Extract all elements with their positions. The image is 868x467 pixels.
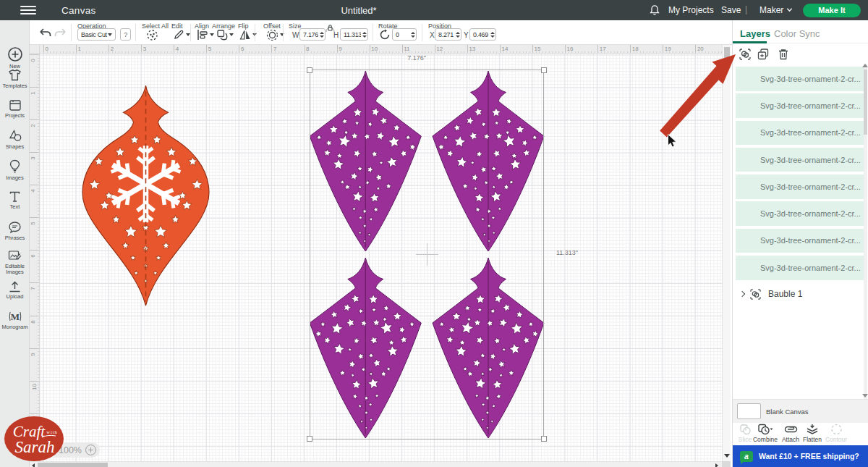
select-all-icon[interactable] <box>146 29 158 41</box>
templates-icon <box>8 68 22 82</box>
promo-banner[interactable]: a Want £10 + FREE shipping? <box>733 445 868 467</box>
layer-row[interactable]: Svg-3d-tree-ornament-2-cr... <box>736 174 864 199</box>
redo-icon[interactable] <box>54 27 67 39</box>
layer-row[interactable]: Svg-3d-tree-ornament-2-cr... <box>736 93 864 118</box>
y-position-input[interactable]: 0.469 <box>469 28 496 41</box>
rotate-icon[interactable] <box>379 29 391 41</box>
blank-canvas-swatch[interactable] <box>737 403 761 419</box>
sidebar-item-label: Images <box>0 175 30 181</box>
tab-layers[interactable]: Layers <box>740 28 770 39</box>
arrange-caret-icon[interactable] <box>229 33 234 36</box>
height-input[interactable]: 11.313 <box>340 28 368 41</box>
undo-icon[interactable] <box>38 27 52 39</box>
selection-width-dimension: 7.176" <box>373 54 460 62</box>
sidebar-item-phrases[interactable]: Phrases <box>0 221 30 241</box>
vertical-scroll-thumb[interactable] <box>724 47 730 58</box>
layer-row[interactable]: Svg-3d-tree-ornament-2-cr... <box>736 67 864 91</box>
panel-tabs: Layers Color Sync <box>733 20 868 43</box>
layer-row[interactable]: Svg-3d-tree-ornament-2-cr... <box>736 121 864 146</box>
top-bar: Canvas Untitled* My Projects Save | Make… <box>0 0 868 20</box>
scroll-down-arrow-icon[interactable] <box>724 454 730 458</box>
selection-handle-top-left[interactable] <box>307 67 312 73</box>
v-ruler-number: 1 <box>30 91 36 94</box>
operation-help-button[interactable]: ? <box>120 28 131 41</box>
select-layers-icon[interactable] <box>739 49 751 60</box>
sidebar-item-text[interactable]: Text <box>0 190 30 210</box>
align-icon[interactable] <box>197 29 208 41</box>
canvas-horizontal-scrollbar[interactable] <box>30 461 722 467</box>
h-ruler-number: 19 <box>665 46 671 52</box>
canvas-menu-label[interactable]: Canvas <box>61 5 96 16</box>
align-caret-icon[interactable] <box>210 33 214 36</box>
v-ruler-number: 2 <box>30 124 36 127</box>
layer-row[interactable]: Svg-3d-tree-ornament-2-cr... <box>736 229 864 253</box>
sidebar-item-projects[interactable]: Projects <box>0 98 30 119</box>
my-projects-link[interactable]: My Projects <box>668 5 714 15</box>
v-ruler-number: 0 <box>30 59 36 62</box>
action-combine-button[interactable]: Combine <box>752 424 779 443</box>
y-stepper[interactable] <box>489 29 495 40</box>
zoom-in-button[interactable] <box>85 445 96 455</box>
scroll-left-arrow-icon[interactable] <box>32 463 35 467</box>
edit-pencil-icon[interactable] <box>173 29 184 41</box>
sidebar-item-templates[interactable]: Templates <box>0 68 30 89</box>
group-expand-chevron-icon[interactable] <box>739 291 745 297</box>
horizontal-scroll-thumb[interactable] <box>38 463 108 467</box>
sidebar-item-new[interactable]: New <box>0 46 30 70</box>
machine-select[interactable]: Maker <box>760 5 783 15</box>
panel-scroll-thumb[interactable] <box>864 70 867 135</box>
height-stepper[interactable] <box>361 29 367 40</box>
sidebar-item-upload[interactable]: Upload <box>0 280 30 300</box>
layer-name: Svg-3d-tree-ornament-2-cr... <box>760 128 861 137</box>
layer-row[interactable]: Svg-3d-tree-ornament-2-cr... <box>736 256 864 280</box>
x-position-input[interactable]: 8.271 <box>435 28 461 41</box>
offset-icon[interactable] <box>266 29 278 41</box>
contour-icon <box>830 424 843 435</box>
panel-scroll-up-icon[interactable] <box>862 64 868 67</box>
rotate-input[interactable]: 0 <box>392 28 417 41</box>
selection-handle-bottom-right[interactable] <box>541 436 547 442</box>
sidebar-item-monogram[interactable]: MMonogram <box>0 310 30 330</box>
width-input[interactable]: 7.176 <box>299 28 326 41</box>
canvas-vertical-scrollbar[interactable] <box>722 45 731 461</box>
duplicate-layer-icon[interactable] <box>757 49 769 60</box>
sidebar-item-editable-images[interactable]: EditableImages <box>0 250 30 275</box>
offset-caret-icon[interactable] <box>280 33 284 36</box>
layer-row[interactable]: Svg-3d-tree-ornament-2-cr... <box>736 201 864 226</box>
sidebar-item-shapes[interactable]: Shapes <box>0 129 30 150</box>
rotate-stepper[interactable] <box>409 29 416 40</box>
make-it-button[interactable]: Make It <box>803 4 861 17</box>
panel-scrollbar[interactable] <box>864 64 867 399</box>
images-icon <box>9 159 21 174</box>
scroll-right-arrow-icon[interactable] <box>715 463 718 467</box>
x-stepper[interactable] <box>454 29 461 40</box>
selection-handle-bottom-left[interactable] <box>307 436 312 442</box>
orange-ornament-bauble[interactable] <box>82 85 209 306</box>
delete-layer-icon[interactable] <box>778 49 789 60</box>
panel-scroll-down-icon[interactable] <box>862 394 868 397</box>
sidebar-item-images[interactable]: Images <box>0 159 30 181</box>
flip-icon[interactable] <box>239 29 251 41</box>
v-ruler-number: 10 <box>31 384 38 390</box>
layer-row[interactable]: Svg-3d-tree-ornament-2-cr... <box>736 148 864 172</box>
selection-handle-top-right[interactable] <box>541 67 547 73</box>
notifications-bell-icon[interactable] <box>649 4 660 16</box>
group-name: Bauble 1 <box>768 289 802 299</box>
hamburger-menu-icon[interactable] <box>20 6 36 14</box>
width-stepper[interactable] <box>318 29 325 40</box>
sidebar-item-label: Monogram <box>0 324 30 330</box>
zoom-level: 100% <box>59 445 82 455</box>
chevron-down-icon[interactable] <box>786 7 793 13</box>
topbar-separator: | <box>745 4 747 14</box>
save-link[interactable]: Save <box>721 5 741 15</box>
projects-icon <box>9 98 22 112</box>
layer-group-row[interactable]: Bauble 1 <box>733 281 861 307</box>
phrases-icon <box>8 221 22 234</box>
text-icon <box>9 190 21 203</box>
v-ruler-number: 4 <box>30 190 36 193</box>
layers-panel: Layers Color Sync Svg-3d-tree-ornament-2… <box>732 20 868 467</box>
toolbar-divider <box>422 24 422 41</box>
operation-select[interactable]: Basic Cut <box>77 28 116 41</box>
arrange-icon[interactable] <box>216 29 228 41</box>
tab-color-sync[interactable]: Color Sync <box>774 28 820 39</box>
